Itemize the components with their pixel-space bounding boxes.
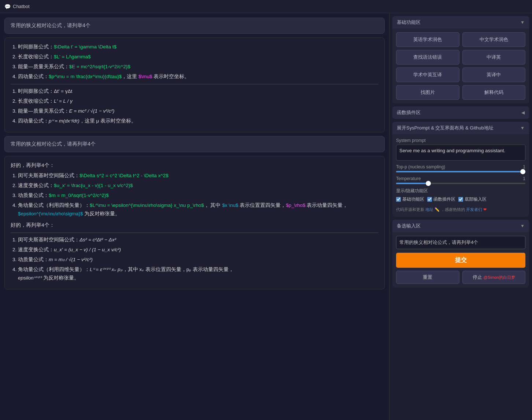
system-prompt-value[interactable]: Serve me as a writing and programming as… — [396, 145, 525, 161]
list-item: 四动量公式：pᵘ = m(dxᵘ/dτ)，这里 μ 表示时空坐标。 — [18, 117, 378, 125]
footer-thanks: ，感谢热情的 — [441, 207, 465, 212]
sysprompt-section: 展开SysPrompt & 交互界面布局 & Github地址 ▼ System… — [392, 122, 529, 217]
collapse-arrow-alt-icon: ▼ — [520, 223, 525, 229]
list-item: 四动量公式：$p^\mu = m \frac{dx^\mu}{d\tau}$，这… — [18, 73, 378, 81]
user-message-2: 常用的狭义相对论公式，请再列举4个 — [4, 136, 385, 152]
assistant-message-1: 时间膨胀公式：$\Delta t' = \gamma \Delta t$ 长度收… — [4, 37, 385, 132]
btn-academic-translate[interactable]: 学术中英互译 — [396, 67, 459, 82]
bottom-row: 重置 停止 @Simon的白日梦 — [396, 271, 525, 284]
list-item: 动质量公式：$m = m_0/\sqrt{1-v^2/c^2}$ — [18, 191, 378, 200]
btn-english-polish[interactable]: 英语学术润色 — [396, 32, 459, 47]
checkbox-basic-input[interactable] — [396, 197, 401, 202]
plugin-section-title: 函数插件区 — [397, 109, 421, 116]
chat-icon: 💬 — [4, 4, 11, 10]
checkbox-plugin-input[interactable] — [427, 197, 432, 202]
heart-icon: ❤ — [483, 207, 487, 212]
chat-area: 常用的狭义相对论公式，请列举4个 时间膨胀公式：$\Delta t' = \ga… — [0, 13, 389, 420]
list-item: 速度变换公式：$u_x' = \frac{u_x - v}{1 - u_x v/… — [18, 182, 378, 190]
assistant-message-2: 好的，再列举4个： 闵可夫斯基时空间隔公式：$\Delta s^2 = c^2 … — [4, 156, 385, 289]
temperature-row: Temperature 1 — [396, 176, 525, 184]
temperature-slider[interactable] — [396, 183, 525, 184]
list-item: 时间膨胀公式：$\Delta t' = \gamma \Delta t$ — [18, 43, 378, 51]
checkbox-bottom[interactable]: 底部输入区 — [458, 196, 487, 202]
main-layout: 常用的狭义相对论公式，请列举4个 时间膨胀公式：$\Delta t' = \ga… — [0, 13, 532, 420]
basic-functions-header[interactable]: 基础功能区 ▼ — [392, 16, 529, 29]
collapse-arrow-plugin-icon: ◀ — [521, 110, 525, 115]
visibility-section: 显示/隐藏功能区 基础功能区 函数插件区 底部输入区 — [396, 188, 525, 202]
sysprompt-body: System prompt Serve me as a writing and … — [392, 134, 529, 217]
temperature-label: Temperature — [396, 176, 421, 181]
alt-input-body: 常用的狭义相对论公式，请再列举4个 提交 重置 停止 @Simon的白日梦 — [392, 232, 529, 288]
basic-btn-grid: 英语学术润色 中文学术润色 查找语法错误 中译英 学术中英互译 英译中 找图片 … — [396, 32, 525, 100]
alt-input-section: 备选输入区 ▼ 常用的狭义相对论公式，请再列举4个 提交 重置 停止 @Simo… — [392, 220, 529, 288]
top-p-fill — [396, 171, 525, 172]
topbar: 💬 Chatbot — [0, 0, 532, 13]
checkbox-row: 基础功能区 函数插件区 底部输入区 — [396, 196, 525, 202]
top-p-handle[interactable] — [520, 169, 525, 174]
list-item: 闵可夫斯基时空间隔公式：Δs² = c²Δt² − Δx² — [18, 236, 378, 244]
list-item: 动质量公式：m = m₀ / √(1 − v²/c²) — [18, 256, 378, 264]
assistant-outro: 好的，再列举4个： — [11, 221, 378, 230]
btn-grammar-check[interactable]: 查找语法错误 — [396, 50, 459, 65]
submit-button[interactable]: 提交 — [396, 253, 525, 268]
top-p-label: Top-p (nucleus sampling) — [396, 164, 445, 169]
basic-section-title: 基础功能区 — [397, 19, 421, 26]
list-item: 角动量公式（利用四维矢量）：Lᵘ = εᵘᵛᵖˢ xᵥ pₚ，其中 xᵥ 表示位… — [18, 266, 378, 282]
basic-functions-body: 英语学术润色 中文学术润色 查找语法错误 中译英 学术中英互译 英译中 找图片 … — [392, 29, 529, 103]
reset-button[interactable]: 重置 — [396, 271, 459, 284]
top-p-row: Top-p (nucleus sampling) 1 — [396, 164, 525, 172]
checkbox-plugin[interactable]: 函数插件区 — [427, 196, 455, 202]
checkbox-basic[interactable]: 基础功能区 — [396, 196, 424, 202]
footer-address-link[interactable]: 地址 — [425, 207, 433, 212]
rendered-list-1: 时间膨胀公式：Δt′ = γΔt 长度收缩公式：L′ = L / γ 能量—质量… — [11, 87, 378, 125]
system-prompt-label: System prompt — [396, 138, 525, 143]
edit-icon: ✏️ — [435, 207, 440, 212]
right-sidebar: 基础功能区 ▼ 英语学术润色 中文学术润色 查找语法错误 中译英 学术中英互译 … — [389, 13, 532, 420]
alt-input-header[interactable]: 备选输入区 ▼ — [392, 220, 529, 232]
btn-en-to-zh[interactable]: 英译中 — [462, 67, 526, 82]
collapse-arrow-sysprompt-icon: ▼ — [520, 125, 525, 131]
checkbox-bottom-input[interactable] — [458, 197, 463, 202]
btn-zh-to-en[interactable]: 中译英 — [462, 50, 526, 65]
sysprompt-title: 展开SysPrompt & 交互界面布局 & Github地址 — [397, 125, 494, 131]
visibility-label: 显示/隐藏功能区 — [396, 188, 525, 194]
btn-explain-code[interactable]: 解释代码 — [462, 85, 526, 100]
temperature-fill — [396, 183, 428, 184]
list-item: 闵可夫斯基时空间隔公式：$\Delta s^2 = c^2 \Delta t^2… — [18, 172, 378, 180]
list-item: 能量—质量关系公式：E = mc² / √(1 − v²/c²) — [18, 107, 378, 116]
footer-devs-link[interactable]: 开发者们 — [466, 207, 482, 212]
sysprompt-header[interactable]: 展开SysPrompt & 交互界面布局 & Github地址 ▼ — [392, 122, 529, 134]
list-item: 角动量公式（利用四维矢量）：$L^\mu = \epsilon^{\mu\nu\… — [18, 201, 378, 218]
top-p-slider[interactable] — [396, 171, 525, 172]
btn-find-image[interactable]: 找图片 — [396, 85, 459, 100]
footer-links: 代码开源和更新 地址 ✏️ ，感谢热情的 开发者们 ❤ — [396, 205, 525, 213]
assistant-intro: 好的，再列举4个： — [11, 161, 378, 170]
user-message-1: 常用的狭义相对论公式，请列举4个 — [4, 18, 385, 34]
btn-chinese-polish[interactable]: 中文学术润色 — [462, 32, 526, 47]
collapse-arrow-icon: ▼ — [520, 20, 525, 25]
latex-list-1: 时间膨胀公式：$\Delta t' = \gamma \Delta t$ 长度收… — [11, 43, 378, 81]
stop-button[interactable]: 停止 @Simon的白日梦 — [462, 271, 526, 284]
alt-input-text[interactable]: 常用的狭义相对论公式，请再列举4个 — [396, 236, 525, 249]
temperature-handle[interactable] — [426, 181, 431, 186]
plugin-section-header[interactable]: 函数插件区 ◀ — [392, 106, 529, 119]
list-item: 时间膨胀公式：Δt′ = γΔt — [18, 87, 378, 96]
plugin-section: 函数插件区 ◀ — [392, 106, 529, 119]
rendered-list-2: 闵可夫斯基时空间隔公式：Δs² = c²Δt² − Δx² 速度变换公式：u_x… — [11, 236, 378, 282]
list-item: 速度变换公式：u_x′ = (u_x − v) / (1 − u_x v/c²) — [18, 246, 378, 254]
footer-text: 代码开源和更新 — [396, 207, 424, 212]
temperature-label-row: Temperature 1 — [396, 176, 525, 181]
list-item: 能量—质量关系公式：$E = mc^2/\sqrt{1-v^2/c^2}$ — [18, 63, 378, 71]
list-item: 长度收缩公式：$L' = L/\gamma$ — [18, 53, 378, 61]
top-p-label-row: Top-p (nucleus sampling) 1 — [396, 164, 525, 169]
basic-functions-section: 基础功能区 ▼ 英语学术润色 中文学术润色 查找语法错误 中译英 学术中英互译 … — [392, 16, 529, 103]
weibo-watermark: @Simon的白日梦 — [484, 275, 515, 280]
app-title: Chatbot — [13, 4, 30, 9]
latex-list-2: 闵可夫斯基时空间隔公式：$\Delta s^2 = c^2 \Delta t^2… — [11, 172, 378, 218]
temperature-value: 1 — [523, 176, 525, 181]
top-p-value: 1 — [523, 164, 525, 169]
alt-input-title: 备选输入区 — [397, 223, 421, 229]
list-item: 长度收缩公式：L′ = L / γ — [18, 97, 378, 106]
